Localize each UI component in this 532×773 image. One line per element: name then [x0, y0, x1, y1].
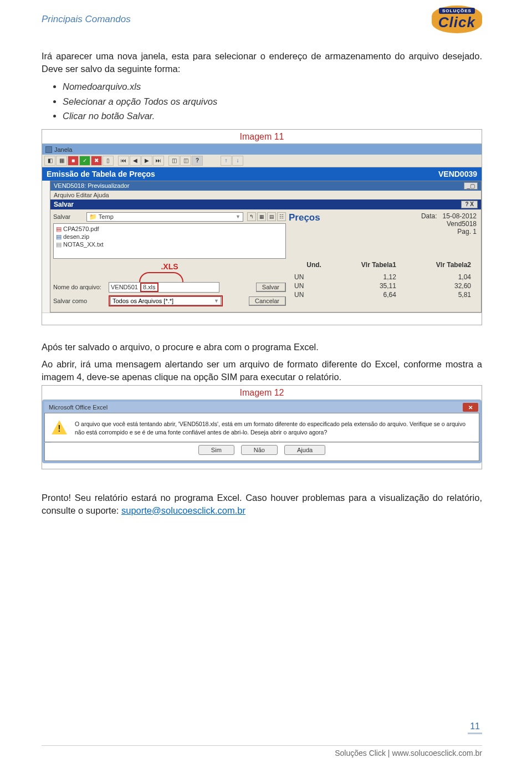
bullet-item: Selecionar a opção Todos os arquivos: [63, 95, 482, 109]
save-dialog-titlebar: Salvar ? X: [50, 199, 481, 209]
save-dialog-title: Salvar: [54, 201, 74, 208]
warning-icon: !: [52, 420, 67, 434]
preview-subwindow: VEND5018: Previsualizador _▢ Arquivo Edi…: [50, 181, 482, 313]
toolbar-button[interactable]: ▯: [103, 156, 114, 166]
module-title-bar: Emissão de Tabela de Preços VEND0039: [42, 167, 482, 181]
filetype-value: Todos os Arquivos [*.*]: [112, 298, 173, 304]
intro-paragraph: Irá aparecer uma nova janela, esta para …: [42, 50, 482, 75]
view-icon[interactable]: ▤: [267, 212, 276, 221]
minimize-restore-icon[interactable]: _▢: [464, 182, 478, 190]
dialog-message: O arquivo que você está tentando abrir, …: [75, 420, 472, 436]
toolbar-button[interactable]: ✓: [79, 156, 90, 166]
figure-11-frame: Imagem 11 Janela ◧ ▦ ■ ✓ ✖ ▯ ⏮ ◀ ▶ ⏭ ◫ ◫: [42, 129, 482, 325]
yes-button[interactable]: Sim: [198, 445, 234, 455]
up-button[interactable]: ↑: [221, 156, 232, 166]
window-titlebar: Janela: [42, 145, 482, 155]
th-vlr2: Vlr Tabela2: [402, 260, 477, 272]
list-icon[interactable]: ☷: [277, 212, 286, 221]
module-code: VEND0039: [438, 170, 477, 178]
file-item[interactable]: ▤NOTAS_XX.txt: [56, 240, 283, 248]
th-unit: Und.: [289, 260, 327, 272]
down-button[interactable]: ↓: [232, 156, 243, 166]
filename-input[interactable]: VEND501 8.xls: [109, 282, 219, 293]
th-vlr1: Vlr Tabela1: [327, 260, 402, 272]
logo-main-text: Click: [438, 14, 475, 31]
bullet-item: Nomedoarquivo.xls: [63, 80, 482, 94]
figure-12-frame: Imagem 12 Microsoft Office Excel ✕ ! O a…: [42, 385, 482, 469]
app-icon: [45, 146, 52, 153]
toolbar-button[interactable]: ✖: [91, 156, 102, 166]
page-header: Principais Comandos SOLUÇÕES Click: [42, 6, 482, 33]
filename-label: Nome do arquivo:: [53, 284, 106, 290]
table-row: UN6,645,81: [289, 290, 477, 299]
save-button[interactable]: Salvar: [256, 283, 286, 292]
data-preview-table: Und. Vlr Tabela1 Vlr Tabela2 UN1,121,04 …: [289, 260, 477, 299]
mid-p1: Após ter salvado o arquivo, o procure e …: [42, 341, 482, 354]
bullet-item: Clicar no botão Salvar.: [63, 109, 482, 124]
xls-annotation: .XLS: [53, 262, 286, 271]
closing-text: Pronto! Seu relatório estará no programa…: [42, 493, 482, 515]
toolbar-button[interactable]: ◫: [168, 156, 180, 166]
toolbar: ◧ ▦ ■ ✓ ✖ ▯ ⏮ ◀ ▶ ⏭ ◫ ◫ ? ↑ ↓: [42, 155, 482, 167]
support-email-link[interactable]: suporte@solucoesclick.com.br: [121, 505, 245, 515]
closing-paragraph: Pronto! Seu relatório estará no programa…: [42, 492, 482, 517]
folder-icon: 📁: [89, 213, 97, 220]
new-folder-icon[interactable]: ▦: [257, 212, 266, 221]
close-button[interactable]: ✕: [463, 403, 478, 412]
nav-first-button[interactable]: ⏮: [118, 156, 129, 166]
window-name: Janela: [54, 146, 72, 153]
module-title: Emissão de Tabela de Preços: [47, 170, 155, 178]
nav-last-button[interactable]: ⏭: [153, 156, 164, 166]
up-folder-icon[interactable]: ↰: [247, 212, 256, 221]
figure-label: Imagem 11: [42, 132, 482, 142]
logo: SOLUÇÕES Click: [432, 6, 482, 33]
dropdown-arrow-icon: ▼: [236, 214, 241, 219]
file-item[interactable]: ▤CPA2570.pdf: [56, 225, 283, 233]
folder-dropdown[interactable]: 📁 Temp ▼: [86, 212, 243, 222]
help-button[interactable]: ?: [192, 156, 203, 166]
nav-prev-button[interactable]: ◀: [130, 156, 141, 166]
subwindow-menu[interactable]: Arquivo Editar Ajuda: [50, 191, 481, 199]
subwindow-titlebar: VEND5018: Previsualizador _▢: [50, 181, 481, 191]
screenshot-dialog: Janela ◧ ▦ ■ ✓ ✖ ▯ ⏮ ◀ ▶ ⏭ ◫ ◫ ? ↑ ↓: [42, 144, 482, 319]
excel-warning-dialog: Microsoft Office Excel ✕ ! O arquivo que…: [42, 400, 482, 463]
dialog-title: Microsoft Office Excel: [49, 404, 108, 411]
intro-text: Irá aparecer uma nova janela, esta para …: [42, 50, 482, 75]
filename-ext-highlight: 8.xls: [140, 283, 158, 292]
toolbar-button[interactable]: ◧: [44, 156, 55, 166]
dropdown-arrow-icon: ▼: [214, 298, 219, 304]
no-button[interactable]: Não: [241, 445, 278, 455]
mid-p2: Ao abrir, irá uma mensagem alertando ser…: [42, 358, 482, 383]
toolbar-button[interactable]: ▦: [56, 156, 67, 166]
folder-name: Temp: [99, 213, 114, 220]
save-in-label: Salvar: [53, 213, 84, 220]
figure-label: Imagem 12: [42, 388, 482, 398]
nav-next-button[interactable]: ▶: [141, 156, 152, 166]
toolbar-button[interactable]: ■: [68, 156, 79, 166]
page-number: 11: [468, 721, 482, 734]
report-meta: Data: 15-08-2012 Vend5018 Pag. 1: [421, 212, 477, 236]
filetype-dropdown[interactable]: Todos os Arquivos [*.*] ▼: [110, 296, 221, 305]
save-as-type-label: Salvar como: [53, 298, 106, 304]
filename-value: VEND501: [111, 284, 138, 290]
subwindow-title: VEND5018: Previsualizador: [54, 182, 129, 190]
help-button[interactable]: Ajuda: [284, 445, 325, 455]
header-title: Principais Comandos: [42, 14, 131, 25]
annotation-arc: [139, 272, 183, 282]
logo-top-text: SOLUÇÕES: [439, 8, 475, 14]
mid-paragraphs: Após ter salvado o arquivo, o procure e …: [42, 341, 482, 383]
bullet-list: Nomedoarquivo.xls Selecionar a opção Tod…: [63, 80, 482, 124]
file-item[interactable]: ▤desen.zip: [56, 233, 283, 240]
toolbar-button[interactable]: ◫: [180, 156, 191, 166]
dialog-titlebar: Microsoft Office Excel ✕: [44, 402, 479, 413]
page-footer: Soluções Click | www.solucoesclick.com.b…: [42, 745, 482, 757]
cancel-button[interactable]: Cancelar: [249, 296, 286, 306]
table-row: UN35,1132,60: [289, 281, 477, 290]
help-close-icon[interactable]: ? X: [461, 201, 478, 208]
table-row: UN1,121,04: [289, 272, 477, 281]
report-title: Preços: [289, 212, 320, 236]
file-list[interactable]: ▤CPA2570.pdf ▤desen.zip ▤NOTAS_XX.txt: [53, 223, 286, 259]
